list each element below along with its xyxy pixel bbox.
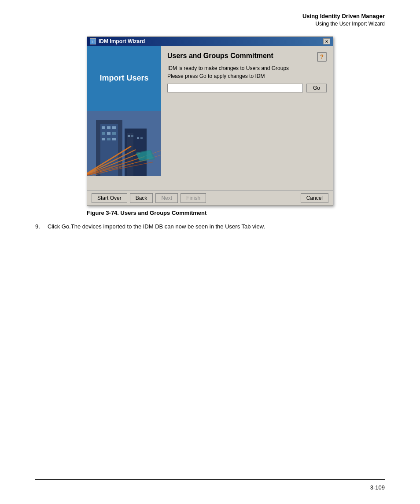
cancel-button[interactable]: Cancel xyxy=(301,193,328,203)
svg-rect-17 xyxy=(128,135,130,137)
header-title-sub: Using the User Import Wizard xyxy=(0,20,385,28)
step-section: 9. Click Go.The devices imported to the … xyxy=(35,222,385,231)
dialog-title: IDM Import Wizard xyxy=(99,38,145,44)
page-header: Using Identity Driven Manager Using the … xyxy=(0,0,420,32)
dialog-body: Import Users xyxy=(87,46,333,190)
svg-rect-11 xyxy=(102,138,105,140)
start-over-button[interactable]: Start Over xyxy=(92,193,127,203)
go-row: Go xyxy=(167,84,327,92)
step-text: Click Go.The devices imported to the IDM… xyxy=(48,222,385,231)
titlebar-left: i IDM Import Wizard xyxy=(90,38,145,44)
building-image xyxy=(87,111,161,176)
info-line-1: IDM is ready to make changes to Users an… xyxy=(167,65,327,71)
svg-rect-7 xyxy=(112,126,116,129)
import-users-banner: Import Users xyxy=(87,46,161,111)
dialog-titlebar: i IDM Import Wizard × xyxy=(87,37,333,46)
page-number: 3-109 xyxy=(370,484,385,491)
figure-caption: Figure 3-74. Users and Groups Commitment xyxy=(87,210,333,216)
svg-rect-12 xyxy=(107,138,111,140)
svg-rect-20 xyxy=(140,137,143,139)
dialog-icon: i xyxy=(90,38,96,44)
close-button[interactable]: × xyxy=(323,38,330,44)
dialog-window: i IDM Import Wizard × Import Users xyxy=(87,37,333,206)
svg-rect-18 xyxy=(131,135,133,137)
import-users-label: Import Users xyxy=(99,73,148,83)
dialog-footer: Start Over Back Next Finish Cancel xyxy=(87,190,333,206)
svg-rect-13 xyxy=(112,138,116,140)
svg-rect-19 xyxy=(137,137,139,139)
step-item: 9. Click Go.The devices imported to the … xyxy=(35,222,385,231)
back-button[interactable]: Back xyxy=(130,193,153,203)
help-button[interactable]: ? xyxy=(317,52,327,62)
right-panel-body xyxy=(167,96,327,184)
right-panel: Users and Groups Commitment ? IDM is rea… xyxy=(161,46,333,190)
svg-rect-10 xyxy=(112,132,116,135)
right-panel-header: Users and Groups Commitment ? xyxy=(167,52,327,62)
caption-text: Figure 3-74. Users and Groups Commitment xyxy=(87,210,206,216)
svg-text:i: i xyxy=(92,40,93,43)
progress-bar xyxy=(167,84,303,92)
svg-rect-5 xyxy=(102,126,105,129)
footer-line xyxy=(35,479,385,480)
info-line-2: Please press Go to apply changes to IDM xyxy=(167,73,327,79)
section-title: Users and Groups Commitment xyxy=(167,52,273,60)
main-content: i IDM Import Wizard × Import Users xyxy=(0,32,420,231)
svg-rect-6 xyxy=(107,126,111,129)
next-button[interactable]: Next xyxy=(155,193,178,203)
svg-rect-9 xyxy=(107,132,111,135)
svg-rect-15 xyxy=(127,133,133,176)
header-title-bold: Using Identity Driven Manager xyxy=(0,12,385,20)
svg-rect-8 xyxy=(102,132,105,135)
step-number: 9. xyxy=(35,222,44,231)
finish-button[interactable]: Finish xyxy=(181,193,206,203)
go-button[interactable]: Go xyxy=(306,84,327,92)
left-panel: Import Users xyxy=(87,46,161,190)
